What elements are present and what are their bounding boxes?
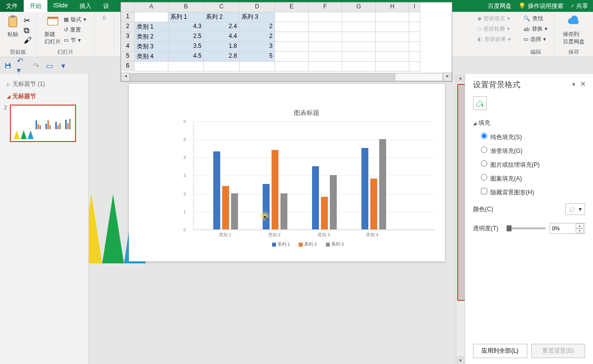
bar-类别 1-系列 3[interactable] xyxy=(231,193,238,229)
slide-number: 2 xyxy=(4,105,7,142)
svg-rect-1 xyxy=(10,15,15,18)
svg-rect-5 xyxy=(6,66,10,68)
section-untitled-1[interactable]: ▷无标题节 (1) xyxy=(3,78,85,90)
format-background-pane: ▾ ✕ 设置背景格式 ◢填充 纯色填充(S) 渐变填充(G) 图片或纹理填充(P… xyxy=(465,74,593,364)
baidu-cloud-icon xyxy=(566,14,582,30)
bar-类别 4-系列 1[interactable] xyxy=(361,148,368,229)
scroll-down-button[interactable]: ▾ xyxy=(456,356,465,364)
start-from-beginning-icon[interactable]: ▭ xyxy=(44,61,54,71)
scroll-up-button[interactable]: ▴ xyxy=(456,74,465,82)
bar-类别 4-系列 3[interactable] xyxy=(379,139,386,229)
radio-picture-fill[interactable]: 图片或纹理填充(P) xyxy=(473,158,585,172)
format-painter-icon[interactable]: 🖌 xyxy=(24,36,32,45)
radio-gradient-fill[interactable]: 渐变填充(G) xyxy=(473,144,585,158)
save-icon[interactable] xyxy=(3,61,13,71)
bar-类别 4-系列 2[interactable] xyxy=(370,179,377,229)
tab-design[interactable]: 设 xyxy=(97,0,115,12)
slides-outline-pane: ▷无标题节 (1) ◢无标题节 2 xyxy=(0,74,89,364)
radio-solid-fill[interactable]: 纯色填充(S) xyxy=(473,130,585,144)
svg-rect-3 xyxy=(47,17,58,19)
layout-button[interactable]: ▦ 版式 ▾ xyxy=(64,15,86,24)
opacity-label: 透明度(T) xyxy=(473,224,503,233)
color-label: 颜色(C) xyxy=(473,205,503,214)
shape-effects-button: ◐ 形状效果 ▾ xyxy=(477,35,511,44)
svg-rect-4 xyxy=(6,63,9,65)
copy-icon[interactable]: ⧉ xyxy=(24,26,32,35)
bar-类别 1-系列 1[interactable] xyxy=(213,151,220,229)
opacity-input[interactable] xyxy=(550,224,576,232)
new-slide-button[interactable]: 新建 幻灯片 xyxy=(44,14,61,45)
reset-background-button: 重置背景(B) xyxy=(531,344,586,358)
bar-类别 3-系列 2[interactable] xyxy=(321,197,328,229)
find-button[interactable]: 🔍 查找 xyxy=(523,14,547,23)
bar-类别 3-系列 3[interactable] xyxy=(330,175,337,229)
slide[interactable]: 图表标题 0123456 类别 1类别 2类别 3类别 4 系列 1系列 2系列… xyxy=(129,84,445,261)
tab-baidu[interactable]: 百度网盘 xyxy=(488,2,512,10)
group-slides-caption: 幻灯片 xyxy=(57,48,74,56)
shape-triangle-green[interactable] xyxy=(102,194,124,263)
replace-button[interactable]: ab 替换 ▾ xyxy=(523,24,547,34)
color-picker-button[interactable]: ▾ xyxy=(565,203,585,215)
group-baidu-caption: 保存 xyxy=(568,48,579,56)
apply-to-all-button[interactable]: 应用到全部(L) xyxy=(473,344,527,358)
section-untitled-active[interactable]: ◢无标题节 xyxy=(3,90,85,103)
opacity-step-up[interactable]: ▴ xyxy=(576,223,584,228)
opacity-slider[interactable] xyxy=(507,227,546,229)
radio-pattern-fill[interactable]: 图案填充(A) xyxy=(473,172,585,185)
redo-icon[interactable]: ↷ xyxy=(31,61,40,71)
chart-data-grid[interactable]: A B C D E F G H I 1 系列 1 系列 2 系列 3 2 类别 … xyxy=(120,2,452,82)
section-button[interactable]: ▭ 节 ▾ xyxy=(64,36,86,45)
tab-file[interactable]: 文件 xyxy=(0,0,24,12)
bar-类别 3-系列 1[interactable] xyxy=(312,166,319,229)
pane-menu-icon[interactable]: ▾ xyxy=(572,81,575,88)
tab-home[interactable]: 开始 xyxy=(24,0,47,12)
slide-canvas-area[interactable]: 图表标题 0123456 类别 1类别 2类别 3类别 4 系列 1系列 2系列… xyxy=(89,74,455,364)
section-fill[interactable]: ◢填充 xyxy=(473,116,585,130)
bar-类别 2-系列 1[interactable] xyxy=(263,184,270,229)
group-editing-caption: 编辑 xyxy=(530,48,541,56)
baidu-save-button[interactable]: 保存到 百度网盘 xyxy=(563,14,585,45)
reset-button[interactable]: ↺ 重置 xyxy=(64,25,86,35)
opacity-step-down[interactable]: ▾ xyxy=(576,228,584,233)
group-clipboard-caption: 剪贴板 xyxy=(10,48,26,56)
scroll-thumb[interactable] xyxy=(130,73,395,80)
qat-customize-icon[interactable]: ▾ xyxy=(58,61,68,71)
chart-object[interactable]: 图表标题 0123456 类别 1类别 2类别 3类别 4 系列 1系列 2系列… xyxy=(178,109,435,252)
slide-thumbnail-2[interactable] xyxy=(10,105,76,142)
undo-icon[interactable]: ↶ ▾ xyxy=(17,61,27,71)
share-button[interactable]: ♂ 共享 xyxy=(570,2,588,10)
shape-outline-button: ◇ 形状轮廓 ▾ xyxy=(477,24,511,34)
cut-icon[interactable]: ✂ xyxy=(24,16,32,25)
checkbox-hide-bg[interactable]: 隐藏背景图形(H) xyxy=(473,185,585,199)
shape-fill-button: ◆ 形状填充 ▾ xyxy=(477,14,511,23)
chart-plot-area[interactable]: 0123456 xyxy=(193,121,435,230)
chart-legend[interactable]: 系列 1系列 2系列 3 xyxy=(178,241,435,248)
pane-close-icon[interactable]: ✕ xyxy=(580,80,586,88)
bold-button[interactable]: B xyxy=(103,14,106,22)
grid-horizontal-scrollbar[interactable]: ◂ ▸ xyxy=(121,73,452,81)
select-button[interactable]: ▭ 选择 ▾ xyxy=(523,35,547,44)
scroll-left-button[interactable]: ◂ xyxy=(121,73,130,81)
canvas-vertical-scrollbar[interactable]: ▴ ▾ xyxy=(456,74,465,364)
shape-triangle-yellow[interactable] xyxy=(89,194,102,263)
scroll-right-button[interactable]: ▸ xyxy=(443,73,452,81)
tab-islide[interactable]: iSlide xyxy=(47,0,74,12)
pane-title: 设置背景格式 xyxy=(473,80,585,90)
paste-button[interactable]: 粘贴 xyxy=(5,14,21,38)
tell-me[interactable]: 操作说明搜索 xyxy=(518,2,563,10)
svg-rect-0 xyxy=(8,17,16,27)
tab-insert[interactable]: 插入 xyxy=(74,0,97,12)
fill-tab-icon[interactable] xyxy=(473,96,487,110)
chart-title[interactable]: 图表标题 xyxy=(178,109,435,117)
bar-类别 2-系列 2[interactable] xyxy=(272,150,278,229)
bar-类别 2-系列 3[interactable] xyxy=(280,193,287,229)
bar-类别 1-系列 2[interactable] xyxy=(222,186,229,229)
